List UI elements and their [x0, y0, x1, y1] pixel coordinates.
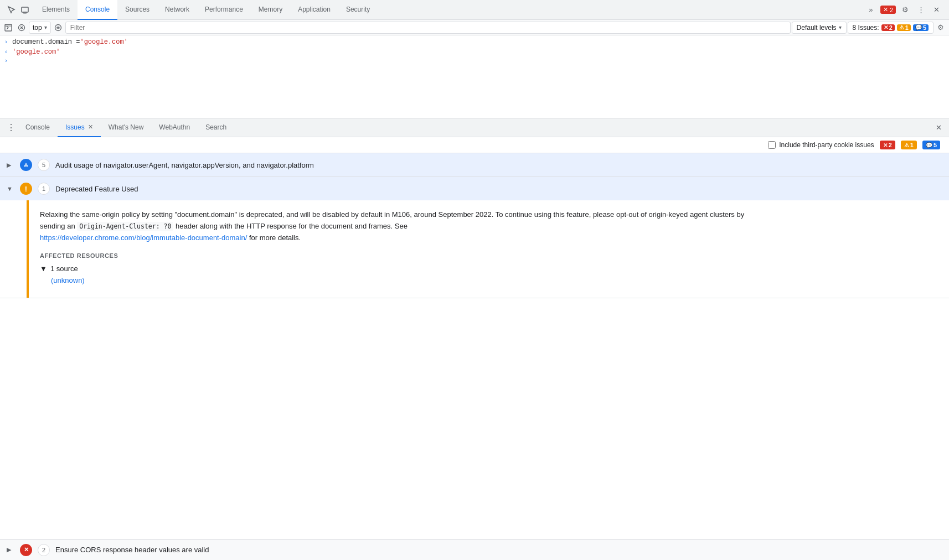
tab-memory[interactable]: Memory — [251, 0, 290, 20]
drawer-tab-bar: ⋮ Console Issues ✕ What's New WebAuthn S… — [0, 118, 949, 137]
toolbar-blue-badge: 💬 5 — [922, 141, 940, 149]
deprecated-issue-icon: ! — [20, 183, 32, 195]
audit-issue-icon — [20, 159, 32, 171]
audit-expand-arrow: ▶ — [7, 162, 14, 169]
context-selector[interactable]: top ▾ — [29, 22, 51, 34]
more-options-icon[interactable]: ⋮ — [915, 4, 927, 16]
tab-security[interactable]: Security — [338, 0, 378, 20]
filter-input[interactable] — [65, 22, 791, 34]
drawer-tab-console[interactable]: Console — [18, 118, 58, 137]
issue-description-text: Relaxing the same-origin policy by setti… — [40, 209, 760, 243]
info-issues-badge: 💬 5 — [913, 24, 929, 31]
tab-sources[interactable]: Sources — [117, 0, 157, 20]
close-issues-tab-icon[interactable]: ✕ — [88, 123, 93, 131]
tab-performance[interactable]: Performance — [197, 0, 251, 20]
tab-application[interactable]: Application — [290, 0, 338, 20]
drawer-menu-icon[interactable]: ⋮ — [4, 121, 18, 134]
error-issues-badge: ✕ 2 — [881, 24, 895, 31]
affected-resources-section: AFFECTED RESOURCES ▼ 1 source (unknown) — [40, 252, 936, 287]
expand-console-button[interactable] — [2, 22, 14, 34]
bottom-count-badge: 2 — [38, 544, 50, 556]
affected-resources-label: AFFECTED RESOURCES — [40, 252, 936, 259]
chrome-blog-link[interactable]: https://developer.chrome.com/blog/immuta… — [40, 234, 247, 242]
devtools-tab-bar: Elements Console Sources Network Perform… — [0, 0, 949, 20]
console-toolbar: top ▾ Default levels ▾ 8 Issues: ✕ 2 ⚠ 1… — [0, 20, 949, 35]
drawer-tab-whats-new[interactable]: What's New — [101, 118, 152, 137]
issue-header-deprecated[interactable]: ▼ ! 1 Deprecated Feature Used — [0, 177, 949, 200]
source-item-unknown[interactable]: (unknown) — [40, 274, 936, 287]
source-toggle[interactable]: ▼ 1 source — [40, 263, 936, 274]
bottom-issue-row: ▶ ✕ 2 Ensure CORS response header values… — [0, 539, 949, 560]
issue-body: Relaxing the same-origin policy by setti… — [29, 200, 949, 298]
toolbar-red-badge: ✕ 2 — [880, 141, 895, 149]
svg-point-8 — [26, 166, 27, 167]
inspect-icon[interactable] — [6, 4, 18, 16]
drawer-tab-search[interactable]: Search — [198, 118, 234, 137]
clear-console-button[interactable] — [16, 22, 28, 34]
console-line-1: › document.domain = 'google.com' — [0, 38, 949, 48]
issues-toolbar: Include third-party cookie issues ✕ 2 ⚠ … — [0, 137, 949, 153]
deprecated-issue-title: Deprecated Feature Used — [55, 185, 138, 193]
console-line-3[interactable]: › — [0, 58, 949, 68]
audit-count-badge: 5 — [38, 159, 50, 171]
close-devtools-button[interactable]: ✕ — [930, 4, 942, 16]
empty-prompt-arrow: › — [4, 58, 8, 64]
svg-rect-0 — [22, 7, 28, 12]
console-output: › document.domain = 'google.com' ‹ 'goog… — [0, 35, 949, 118]
issue-row-deprecated: ▼ ! 1 Deprecated Feature Used Relaxing t… — [0, 177, 949, 298]
drawer-tab-webauthn[interactable]: WebAuthn — [151, 118, 198, 137]
svg-rect-3 — [5, 24, 12, 27]
svg-point-6 — [57, 27, 59, 29]
issue-header-audit[interactable]: ▶ 5 Audit usage of navigator.userAgent, … — [0, 153, 949, 177]
third-party-cookie-checkbox-label[interactable]: Include third-party cookie issues — [768, 141, 874, 149]
deprecated-count-badge: 1 — [38, 183, 50, 195]
device-toolbar-icon[interactable] — [19, 4, 31, 16]
third-party-cookie-checkbox[interactable] — [768, 141, 776, 149]
close-drawer-button[interactable]: ✕ — [932, 122, 945, 134]
error-count-badge[interactable]: ✕ 2 — [880, 6, 896, 14]
issues-count-badge[interactable]: 8 Issues: ✕ 2 ⚠ 1 💬 5 — [848, 22, 933, 34]
log-level-selector[interactable]: Default levels ▾ — [792, 22, 847, 34]
console-line-2: ‹ 'google.com' — [0, 48, 949, 58]
toolbar-yellow-badge: ⚠ 1 — [901, 141, 917, 149]
issue-row-audit: ▶ 5 Audit usage of navigator.userAgent, … — [0, 153, 949, 177]
prompt-arrow: › — [4, 39, 8, 45]
issue-body-container: Relaxing the same-origin policy by setti… — [0, 200, 949, 298]
tab-console[interactable]: Console — [78, 0, 117, 20]
bottom-issue-icon: ✕ — [20, 544, 32, 556]
drawer-tab-issues[interactable]: Issues ✕ — [58, 118, 101, 137]
issues-panel: Include third-party cookie issues ✕ 2 ⚠ … — [0, 137, 949, 298]
settings-icon[interactable]: ⚙ — [899, 4, 911, 16]
tab-elements[interactable]: Elements — [34, 0, 78, 20]
more-tabs-button[interactable]: » — [865, 4, 877, 16]
bottom-expand-arrow: ▶ — [7, 546, 14, 553]
console-settings-icon[interactable]: ⚙ — [935, 22, 947, 34]
svg-rect-7 — [26, 164, 27, 166]
warning-issues-badge: ⚠ 1 — [897, 24, 911, 31]
bottom-issue-title: Ensure CORS response header values are v… — [55, 546, 209, 554]
svg-rect-1 — [23, 12, 27, 13]
audit-issue-title: Audit usage of navigator.userAgent, navi… — [55, 161, 314, 169]
return-arrow: ‹ — [4, 49, 8, 55]
hide-network-icon[interactable] — [52, 22, 64, 34]
tab-network[interactable]: Network — [157, 0, 197, 20]
deprecated-expand-arrow: ▼ — [7, 185, 14, 192]
origin-agent-cluster-code: Origin-Agent-Cluster: ?0 — [77, 222, 173, 231]
